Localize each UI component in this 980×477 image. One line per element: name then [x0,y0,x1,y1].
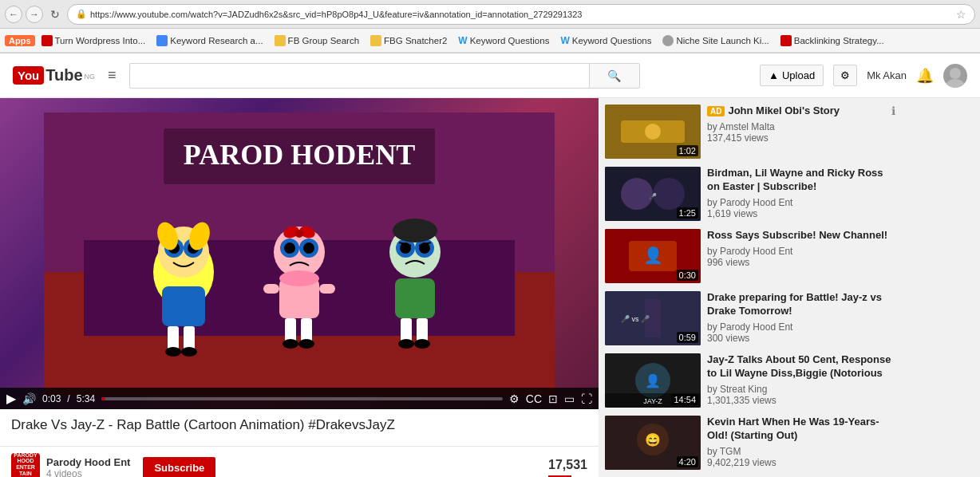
settings-button[interactable]: ⚙ [833,65,857,86]
sidebar-video-thumbnail: 😄 4:20 [605,416,701,470]
play-pause-button[interactable]: ▶ [6,391,16,406]
forward-button[interactable]: → [26,6,43,23]
svg-point-19 [181,347,197,357]
svg-point-45 [398,339,414,349]
svg-point-1 [946,79,965,88]
list-item[interactable]: 🎤 vs 🎤 0:59 Drake preparing for Battle! … [605,291,895,345]
notification-bell-icon[interactable]: 🔔 [916,67,934,85]
video-title: Drake Vs Jay-Z - Rap Battle (Cartoon Ani… [11,417,587,433]
channel-name[interactable]: Parody Hood Ent [46,456,130,468]
bookmark-backlinking[interactable]: Backlinking Strategy... [776,34,889,48]
info-icon[interactable]: ℹ [891,104,895,117]
svg-text:👤: 👤 [643,246,663,265]
search-input[interactable] [129,63,589,89]
sidebar-video-channel: by TGM [707,446,895,457]
back-button[interactable]: ← [5,6,22,23]
bookmark-keyword-research[interactable]: Keyword Research a... [152,34,267,48]
youtube-header: YouTube NG ≡ 🔍 ▲ Upload ⚙ Mk Akan 🔔 [0,53,980,98]
list-item[interactable]: 1:02 ℹ ADJohn Mikel Obi's Story by Amste… [605,104,895,159]
word-favicon-icon: W [560,35,569,46]
sidebar-video-info: Ross Says Subscribe! New Channel! by Par… [707,229,895,283]
youtube-logo[interactable]: YouTube NG [13,66,95,85]
word-favicon-icon: W [458,35,467,46]
bookmarks-bar: Apps Turn Wordpress Into... Keyword Rese… [0,29,980,53]
bookmark-star-icon[interactable]: ☆ [956,8,966,21]
volume-button[interactable]: 🔊 [22,392,36,405]
svg-point-18 [165,347,181,357]
sidebar-video-views: 1,301,335 views [707,395,895,406]
subscribe-button[interactable]: Subscribe [143,457,215,478]
svg-rect-16 [168,326,179,350]
sidebar-video-thumbnail: 1:02 [605,104,701,159]
sidebar-video-title: ADJohn Mikel Obi's Story [707,104,895,118]
bookmark-keyword-questions-w[interactable]: W Keyword Questions [453,34,554,48]
bookmark-fbg-snatcher[interactable]: FBG Snatcher2 [366,34,452,48]
sidebar-video-info: Jay-Z Talks About 50 Cent, Response to L… [707,353,895,408]
video-settings-button[interactable]: ⚙ [509,392,520,405]
svg-point-33 [298,339,314,349]
svg-text:JAY-Z: JAY-Z [643,397,662,405]
search-bar-container: 🔍 [129,63,640,89]
sidebar-video-info: Birdman, Lil Wayne and Ricky Ross on Eas… [707,167,895,221]
main-content: PAROD HODENT [0,98,980,477]
sidebar-video-channel: by Parody Hood Ent [707,321,895,333]
svg-point-22 [284,242,295,254]
svg-text:PAROD  HODENT: PAROD HODENT [184,139,415,171]
svg-rect-17 [184,326,195,350]
theater-button[interactable]: ▭ [564,392,575,405]
list-item[interactable]: 😄 4:20 Kevin Hart When He Was 19-Years-O… [605,416,895,470]
svg-rect-61 [645,299,661,337]
sidebar-video-info: Drake preparing for Battle! Jay-z vs Dra… [707,291,895,345]
video-thumbnail: PAROD HODENT [0,98,599,409]
list-item[interactable]: 👤 JAY-Z 14:54 Jay-Z Talks About 50 Cent,… [605,353,895,408]
sidebar-video-thumbnail: 🎤 vs 🎤 0:59 [605,291,701,345]
sidebar-video-views: 300 views [707,333,895,344]
sidebar-video-thumbnail: 🎤 1:25 [605,167,701,221]
upload-button[interactable]: ▲ Upload [760,65,824,86]
sidebar-video-views: 996 views [707,257,895,268]
video-player[interactable]: PAROD HODENT [0,98,599,409]
youtube-logo-tube: Tube [45,66,82,85]
sidebar-video-channel: by Streat King [707,384,895,395]
search-button[interactable]: 🔍 [589,63,640,89]
address-bar[interactable]: 🔒 https://www.youtube.com/watch?v=JADZud… [67,4,975,25]
hamburger-menu-icon[interactable]: ≡ [105,64,120,87]
svg-point-46 [414,339,430,349]
sidebar-video-thumbnail: 👤 0:30 [605,229,701,283]
bookmark-keyword-questions-2[interactable]: W Keyword Questions [555,34,656,48]
svg-rect-15 [162,286,205,326]
view-count-container: 17,531 [548,458,587,478]
fullscreen-button[interactable]: ⛶ [581,392,592,405]
bookmark-fb-group-search[interactable]: FB Group Search [270,34,364,48]
sidebar-video-title: Jay-Z Talks About 50 Cent, Response to L… [707,353,895,380]
yt-favicon-icon [41,35,53,46]
sidebar-video-channel: by Parody Hood Ent [707,197,895,208]
bookmark-apps[interactable]: Apps [5,35,35,46]
svg-point-27 [295,230,303,238]
svg-rect-44 [417,318,428,342]
svg-rect-31 [301,318,312,342]
username-label[interactable]: Mk Akan [867,69,907,81]
progress-fill [101,397,105,400]
svg-rect-35 [319,284,335,294]
svg-text:🎤: 🎤 [649,192,657,200]
captions-button[interactable]: CC [526,392,542,405]
svg-point-29 [279,270,319,286]
folder-icon [275,35,286,46]
person-favicon-icon [662,35,674,46]
miniplayer-button[interactable]: ⊡ [548,392,558,405]
user-avatar[interactable] [943,64,967,88]
svg-point-24 [303,242,314,254]
channel-thumbnail[interactable]: PARODYHOODENTERTAINMENT [11,453,40,477]
progress-bar[interactable] [101,397,503,400]
current-time: 0:03 [42,393,61,404]
bookmark-label: Niche Site Launch Ki... [676,36,769,45]
list-item[interactable]: 👤 0:30 Ross Says Subscribe! New Channel!… [605,229,895,283]
sidebar-video-info: ℹ ADJohn Mikel Obi's Story by Amstel Mal… [707,104,895,159]
channel-row: PARODYHOODENTERTAINMENT Parody Hood Ent … [0,447,599,477]
svg-rect-42 [395,278,435,318]
list-item[interactable]: 🎤 1:25 Birdman, Lil Wayne and Ricky Ross… [605,167,895,221]
bookmark-niche-site[interactable]: Niche Site Launch Ki... [658,34,773,48]
refresh-button[interactable]: ↻ [46,6,64,23]
bookmark-turn-wordpress[interactable]: Turn Wordpress Into... [37,34,151,48]
